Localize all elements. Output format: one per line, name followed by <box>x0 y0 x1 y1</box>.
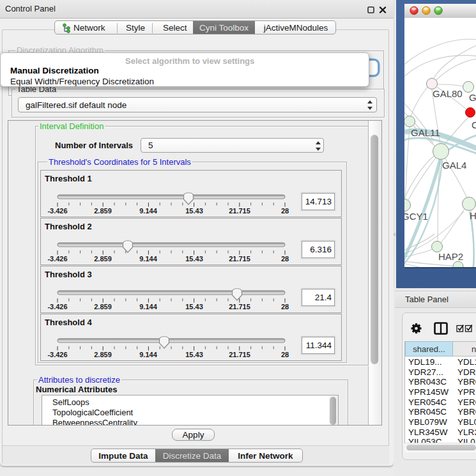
svg-text:GAL4: GAL4 <box>442 160 466 171</box>
svg-text:GAL80: GAL80 <box>433 88 463 99</box>
svg-text:GA: GA <box>469 92 476 103</box>
svg-text:H: H <box>470 210 476 221</box>
svg-text:GAL11: GAL11 <box>411 127 440 138</box>
svg-text:HAP2: HAP2 <box>438 251 463 262</box>
svg-text:GCY1: GCY1 <box>404 211 428 222</box>
svg-text:C: C <box>472 119 476 130</box>
